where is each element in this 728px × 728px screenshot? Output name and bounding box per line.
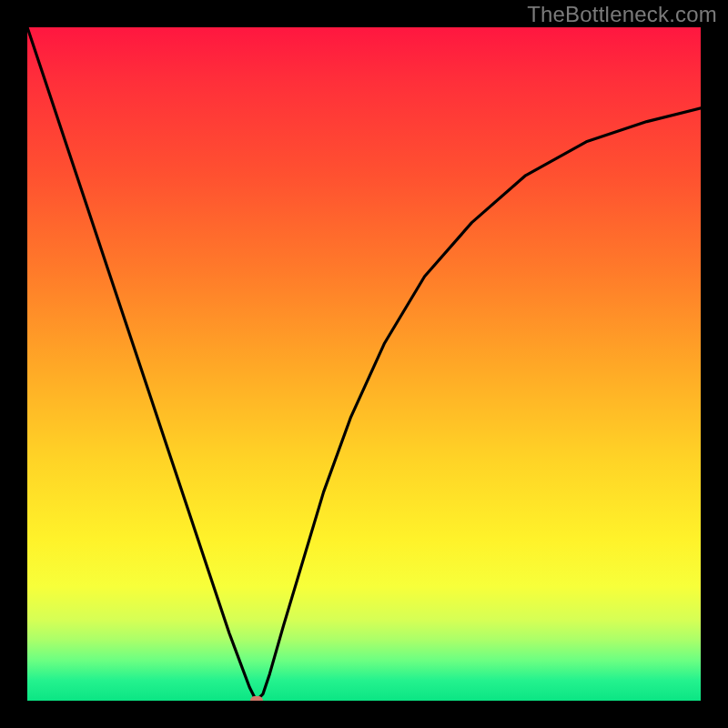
chart-frame: TheBottleneck.com (0, 0, 728, 728)
minimum-marker (250, 696, 263, 701)
attribution-label: TheBottleneck.com (527, 2, 717, 27)
plot-area (27, 27, 701, 701)
bottleneck-curve (27, 27, 701, 701)
